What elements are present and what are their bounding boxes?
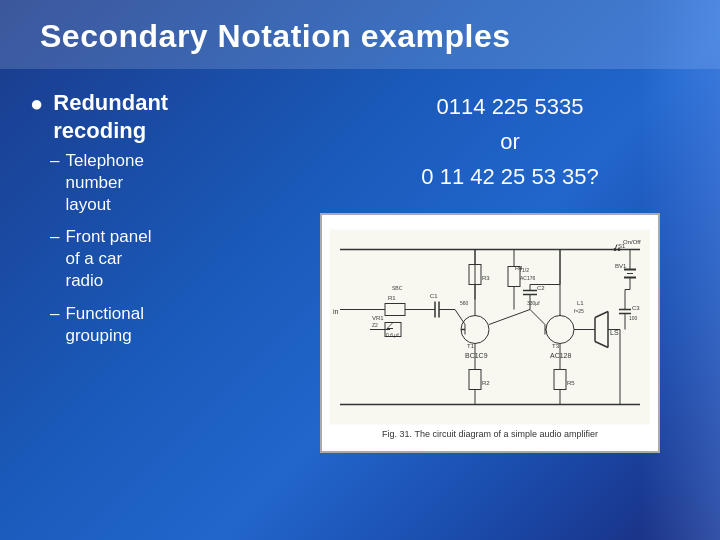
svg-text:Z2: Z2: [372, 321, 378, 327]
content-area: ● Redundant recoding – Telephonenumberla…: [0, 79, 720, 463]
bullet-main-line1: Redundant: [53, 89, 168, 117]
title-bar: Secondary Notation examples: [0, 0, 720, 69]
slide: Secondary Notation examples ● Redundant …: [0, 0, 720, 540]
sub-dash-3: –: [50, 303, 59, 325]
svg-text:in: in: [333, 307, 339, 314]
svg-rect-0: [330, 229, 650, 424]
svg-text:0.6 µf: 0.6 µf: [386, 331, 399, 337]
svg-text:C1: C1: [430, 292, 438, 298]
svg-text:T1/2: T1/2: [519, 266, 529, 272]
svg-text:L1: L1: [577, 299, 584, 305]
svg-text:On/Off: On/Off: [623, 238, 641, 244]
svg-text:560: 560: [460, 299, 469, 305]
svg-text:R5: R5: [567, 379, 575, 385]
main-bullet-row: ● Redundant recoding: [30, 89, 290, 144]
phone-numbers-block: 0114 225 5335 or 0 11 42 25 53 35?: [310, 89, 690, 195]
circuit-svg: in R1 C1 BC1C9 T1: [330, 227, 650, 427]
sub-label-3: Functionalgrouping: [65, 303, 143, 347]
slide-title: Secondary Notation examples: [40, 18, 511, 54]
svg-text:BV1: BV1: [615, 262, 627, 268]
sub-item-3: – Functionalgrouping: [50, 303, 290, 347]
phone-or: or: [330, 124, 690, 159]
svg-text:SBC: SBC: [392, 284, 403, 290]
right-column: 0114 225 5335 or 0 11 42 25 53 35? in: [310, 89, 690, 453]
svg-text:T1: T1: [467, 342, 475, 348]
svg-text:f=25: f=25: [574, 307, 584, 313]
svg-text:AC176: AC176: [520, 274, 536, 280]
svg-text:R1: R1: [388, 294, 396, 300]
sub-label-1: Telephonenumberlayout: [65, 150, 143, 216]
bullet-dot: ●: [30, 91, 43, 117]
svg-text:C3: C3: [632, 304, 640, 310]
sub-bullets: – Telephonenumberlayout – Front panelof …: [50, 150, 290, 347]
sub-label-2: Front panelof a carradio: [65, 226, 151, 292]
svg-text:R3: R3: [482, 274, 490, 280]
phone-line1: 0114 225 5335: [330, 89, 690, 124]
phone-line3: 0 11 42 25 53 35?: [330, 159, 690, 194]
bullet-main-line2: recoding: [53, 117, 168, 145]
svg-text:C2: C2: [537, 284, 545, 290]
svg-text:AC128: AC128: [550, 351, 572, 358]
sub-item-1: – Telephonenumberlayout: [50, 150, 290, 216]
svg-text:R2: R2: [482, 379, 490, 385]
svg-text:BC1C9: BC1C9: [465, 351, 488, 358]
sub-dash-1: –: [50, 150, 59, 172]
sub-dash-2: –: [50, 226, 59, 248]
circuit-caption: Fig. 31. The circuit diagram of a simple…: [378, 429, 602, 439]
circuit-diagram-container: in R1 C1 BC1C9 T1: [320, 213, 660, 453]
svg-point-67: [618, 248, 621, 251]
svg-text:VR1: VR1: [372, 314, 384, 320]
sub-item-2: – Front panelof a carradio: [50, 226, 290, 292]
svg-point-66: [614, 248, 617, 251]
svg-text:100: 100: [629, 314, 638, 320]
svg-text:330µf: 330µf: [527, 299, 540, 305]
svg-text:T3: T3: [552, 342, 560, 348]
left-column: ● Redundant recoding – Telephonenumberla…: [30, 89, 290, 453]
